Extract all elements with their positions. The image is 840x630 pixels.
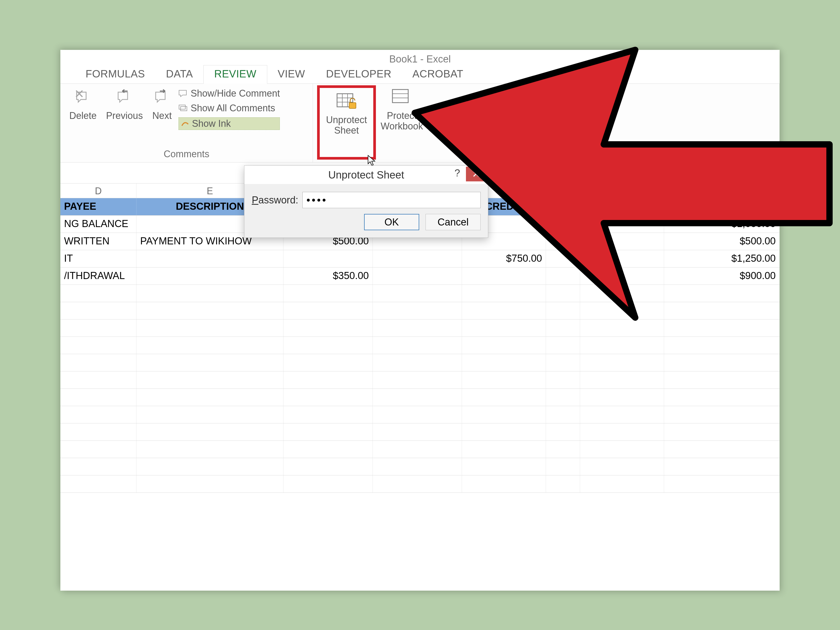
svg-rect-7: [349, 103, 356, 108]
col-header-k[interactable]: K: [664, 183, 780, 198]
previous-comment-button[interactable]: Previous: [101, 85, 147, 148]
tab-formulas[interactable]: FORMULAS: [75, 65, 155, 84]
show-all-comments-button[interactable]: Show All Comments: [178, 103, 280, 114]
cell[interactable]: $900.00: [664, 267, 780, 284]
cell[interactable]: [546, 216, 580, 232]
app-title: Book1 - Excel: [60, 50, 780, 65]
next-comment-label: Next: [152, 111, 172, 121]
comments-stack-icon: [178, 104, 188, 112]
cell[interactable]: [546, 267, 580, 284]
tab-acrobat[interactable]: ACROBAT: [402, 65, 474, 84]
header-balance[interactable]: BALANCE: [664, 198, 780, 215]
cell[interactable]: $1,000.00: [664, 216, 780, 232]
show-ink-button[interactable]: Show Ink: [178, 117, 280, 130]
dialog-title: Unprotect Sheet: [328, 169, 404, 181]
cell[interactable]: [580, 216, 664, 232]
table-row: IT $750.00 $1,250.00: [60, 250, 780, 267]
cell[interactable]: $500.00: [664, 233, 780, 250]
protect-workbook-button[interactable]: Protect Workbook: [376, 85, 428, 159]
dialog-titlebar[interactable]: Unprotect Sheet ? ✕: [245, 166, 488, 184]
ok-button[interactable]: OK: [364, 214, 419, 230]
svg-rect-1: [181, 107, 187, 111]
cell[interactable]: /ITHDRAWAL: [60, 267, 136, 284]
header-payee[interactable]: PAYEE: [60, 198, 136, 215]
protect-workbook-label-2: Workbook: [381, 121, 423, 131]
cell[interactable]: $1,250.00: [664, 250, 780, 267]
delete-comment-button[interactable]: Delete: [65, 85, 101, 148]
cell[interactable]: [136, 267, 284, 284]
tab-view[interactable]: VIEW: [267, 65, 316, 84]
cell[interactable]: [546, 233, 580, 250]
unprotect-sheet-highlight: Unprotect Sheet: [317, 85, 376, 159]
show-ink-label: Show Ink: [192, 118, 231, 129]
password-label: Password:: [252, 194, 298, 206]
unprotect-sheet-label-1: Unprotect: [326, 114, 367, 125]
dialog-close-button[interactable]: ✕: [466, 167, 486, 182]
unprotect-sheet-icon: [335, 91, 357, 112]
cell[interactable]: [546, 250, 580, 267]
cell[interactable]: $350.00: [284, 267, 373, 284]
cell[interactable]: [580, 267, 664, 284]
header-in[interactable]: IN: [580, 198, 664, 215]
table-row: /ITHDRAWAL $350.00 $900.00: [60, 267, 780, 285]
cell[interactable]: [580, 233, 664, 250]
unprotect-sheet-button[interactable]: Unprotect Sheet: [321, 90, 372, 137]
previous-comment-label: Previous: [106, 111, 143, 121]
ribbon-tabs: FORMULAS DATA REVIEW VIEW DEVELOPER ACRO…: [60, 65, 780, 84]
delete-comment-icon: [74, 87, 92, 108]
tab-developer[interactable]: DEVELOPER: [316, 65, 402, 84]
tab-review[interactable]: REVIEW: [204, 65, 267, 84]
ribbon: Delete Previous Next: [60, 84, 780, 163]
comment-icon: [178, 90, 188, 97]
cell[interactable]: [462, 267, 546, 284]
cell[interactable]: NG BALANCE: [60, 216, 136, 232]
password-input[interactable]: [302, 192, 481, 208]
protect-workbook-label-1: Protect: [387, 110, 417, 121]
cell[interactable]: WRITTEN: [60, 233, 136, 250]
svg-rect-8: [392, 90, 408, 103]
delete-comment-label: Delete: [69, 111, 96, 121]
cancel-button[interactable]: Cancel: [426, 214, 481, 230]
unprotect-sheet-dialog: Unprotect Sheet ? ✕ Password: OK Cancel: [244, 165, 488, 238]
unprotect-sheet-label-2: Sheet: [334, 125, 359, 136]
ink-icon: [181, 120, 189, 127]
cell[interactable]: [136, 250, 284, 267]
svg-rect-0: [179, 105, 185, 109]
col-header-i[interactable]: I: [546, 183, 580, 198]
cell[interactable]: [284, 250, 373, 267]
cell[interactable]: [373, 267, 462, 284]
show-all-comments-label: Show All Comments: [191, 103, 275, 114]
show-hide-comment-button[interactable]: Show/Hide Comment: [178, 88, 280, 99]
cell[interactable]: [580, 250, 664, 267]
cell[interactable]: [373, 250, 462, 267]
cell[interactable]: $750.00: [462, 250, 546, 267]
protect-workbook-icon: [391, 87, 413, 108]
comments-group-label: Comments: [65, 148, 308, 161]
col-header-j[interactable]: J: [580, 183, 664, 198]
cell[interactable]: IT: [60, 250, 136, 267]
show-hide-comment-label: Show/Hide Comment: [191, 88, 280, 99]
dialog-help-button[interactable]: ?: [448, 166, 466, 180]
previous-comment-icon: [116, 87, 133, 108]
next-comment-button[interactable]: Next: [147, 85, 177, 148]
tab-data[interactable]: DATA: [155, 65, 204, 84]
next-comment-icon: [153, 87, 171, 108]
col-header-d[interactable]: D: [60, 183, 136, 198]
